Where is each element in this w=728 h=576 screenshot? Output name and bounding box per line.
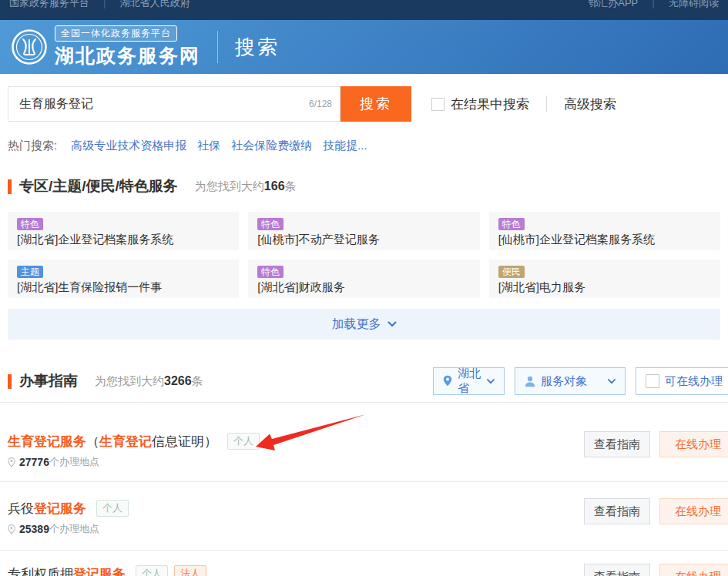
result-title-text[interactable]: 兵役 [8, 500, 34, 517]
guide-result-count: 为您找到大约3266条 [95, 374, 203, 389]
hot-link[interactable]: 高级专业技术资格申报 [71, 139, 186, 153]
load-more-label: 加载更多 [332, 316, 381, 333]
card-tag-badge: 主题 [17, 266, 43, 278]
location-pin-icon [8, 457, 15, 467]
card-title: [仙桃市]不动产登记服务 [257, 233, 470, 247]
guide-section-header: 办事指南 为您找到大约3266条 湖北省 [8, 367, 728, 395]
card-title: [湖北省]生育保险报销一件事 [17, 280, 230, 295]
online-handle-button[interactable]: 在线办理 [659, 498, 728, 524]
card-tag-badge: 特色 [257, 266, 283, 278]
char-counter: 6/128 [309, 99, 332, 109]
zone-card[interactable]: 主题 [湖北省]生育保险报销一件事 [8, 260, 239, 298]
top-utility-bar: 国家政务服务平台 ｜ 湖北省人民政府 鄂汇办APP ｜ 无障碍阅读 [0, 0, 728, 20]
hot-link[interactable]: 技能提... [323, 139, 367, 153]
location-count: 25389 [19, 523, 49, 535]
result-title-highlight[interactable]: 生育登记服务 [8, 433, 86, 450]
count-suffix: 条 [192, 374, 203, 387]
search-in-results-toggle[interactable]: 在结果中搜索 [431, 95, 529, 113]
view-guide-button[interactable]: 查看指南 [584, 564, 650, 576]
search-result-row: 专利权质押 登记服务 个人 法人 查看指南 在线办理 [8, 551, 728, 576]
hot-link[interactable]: 社保 [197, 139, 220, 153]
location-pin-icon [8, 524, 15, 534]
chevron-down-icon [608, 379, 616, 384]
count-number: 166 [264, 179, 285, 193]
online-handle-button[interactable]: 在线办理 [659, 431, 728, 457]
view-guide-button[interactable]: 查看指南 [584, 431, 650, 457]
zone-card[interactable]: 特色 [湖北省]企业登记档案服务系统 [8, 212, 239, 250]
checkbox-icon[interactable] [646, 374, 659, 388]
card-tag-badge: 特色 [257, 218, 283, 230]
zone-card[interactable]: 特色 [仙桃市]不动产登记服务 [248, 212, 479, 250]
search-in-results-label: 在结果中搜索 [451, 95, 529, 113]
audience-tag-person: 个人 [136, 565, 168, 576]
link-ehuiban-app[interactable]: 鄂汇办APP [588, 0, 638, 11]
search-result-row: 生育登记服务 （ 生育登记 信息证明） 个人 27776 个办理地点 查看指南 … [8, 403, 728, 469]
checkbox-icon[interactable] [431, 98, 445, 111]
count-suffix: 条 [285, 179, 297, 193]
load-more-button[interactable]: 加载更多 [8, 309, 720, 340]
emblem-icon [11, 28, 48, 65]
chevron-down-icon [387, 321, 397, 327]
site-logo[interactable]: 全国一体化政务服务平台 湖北政务服务网 [11, 25, 200, 69]
zone-card[interactable]: 便民 [湖北省]电力服务 [489, 260, 720, 298]
count-prefix: 为您找到大约 [95, 374, 164, 387]
header-divider [217, 31, 218, 63]
online-available-toggle[interactable]: 可在线办理 [636, 367, 728, 395]
site-name: 湖北政务服务网 [55, 43, 200, 69]
view-guide-button[interactable]: 查看指南 [584, 498, 650, 524]
site-header: 全国一体化政务服务平台 湖北政务服务网 搜索 [0, 20, 728, 74]
audience-tag-person: 个人 [227, 433, 260, 450]
result-title-text[interactable]: 专利权质押 [8, 565, 73, 576]
guide-section-title: 办事指南 [19, 371, 78, 391]
link-national-platform[interactable]: 国家政务服务平台 [9, 0, 89, 11]
zones-section-header: 专区/主题/便民/特色服务 为您找到大约166条 [8, 176, 728, 196]
search-button[interactable]: 搜索 [341, 86, 411, 122]
zones-result-count: 为您找到大约166条 [195, 179, 297, 194]
count-number: 3266 [164, 374, 192, 387]
search-box: 6/128 [8, 86, 341, 122]
card-title: [仙桃市]企业登记档案服务系统 [498, 233, 711, 247]
audience-tag-person: 个人 [96, 500, 129, 517]
zone-card[interactable]: 特色 [湖北省]财政服务 [248, 260, 479, 298]
result-title-highlight[interactable]: 登记服务 [34, 500, 86, 517]
region-filter-dropdown[interactable]: 湖北省 [433, 367, 505, 395]
online-available-label: 可在线办理 [665, 374, 723, 389]
section-accent-bar [8, 179, 12, 194]
card-tag-badge: 特色 [17, 218, 43, 230]
region-filter-label: 湖北省 [458, 367, 481, 396]
zone-card[interactable]: 特色 [仙桃市]企业登记档案服务系统 [489, 212, 720, 250]
link-accessibility[interactable]: 无障碍阅读 [669, 0, 719, 11]
audience-filter-dropdown[interactable]: 服务对象 [515, 367, 626, 395]
link-hubei-gov[interactable]: 湖北省人民政府 [120, 0, 190, 11]
result-title-text[interactable]: 信息证明） [152, 433, 217, 450]
card-title: [湖北省]企业登记档案服务系统 [17, 233, 230, 247]
online-handle-button[interactable]: 在线办理 [659, 564, 728, 576]
count-prefix: 为您找到大约 [195, 179, 264, 193]
platform-badge: 全国一体化政务服务平台 [55, 25, 177, 42]
result-title-highlight[interactable]: 登记服务 [73, 565, 126, 576]
page-title: 搜索 [235, 34, 280, 61]
audience-filter-label: 服务对象 [541, 374, 587, 389]
card-title: [湖北省]财政服务 [257, 280, 470, 295]
search-result-row: 兵役 登记服务 个人 25389 个办理地点 查看指南 在线办理 [8, 482, 728, 536]
card-title: [湖北省]电力服务 [498, 280, 711, 295]
result-title-highlight[interactable]: 生育登记 [99, 433, 152, 450]
location-pin-icon [443, 375, 452, 387]
card-tag-badge: 特色 [498, 218, 525, 230]
zones-section-title: 专区/主题/便民/特色服务 [19, 176, 178, 196]
chevron-down-icon [487, 379, 495, 384]
person-icon [525, 376, 535, 387]
location-count: 27776 [19, 456, 49, 468]
location-suffix: 个办理地点 [49, 455, 99, 469]
advanced-search-link[interactable]: 高级搜索 [564, 95, 616, 113]
hot-search-label: 热门搜索: [8, 139, 57, 153]
topbar-separator: ｜ [100, 0, 109, 11]
topbar-separator: ｜ [649, 0, 658, 11]
section-accent-bar [8, 374, 12, 389]
result-title-text[interactable]: （ [86, 433, 99, 450]
vertical-divider [546, 95, 547, 112]
search-input[interactable] [8, 88, 286, 120]
hot-link[interactable]: 社会保险费缴纳 [231, 139, 312, 153]
card-tag-badge: 便民 [498, 266, 525, 278]
zone-cards-grid: 特色 [湖北省]企业登记档案服务系统 特色 [仙桃市]不动产登记服务 特色 [仙… [8, 212, 720, 298]
